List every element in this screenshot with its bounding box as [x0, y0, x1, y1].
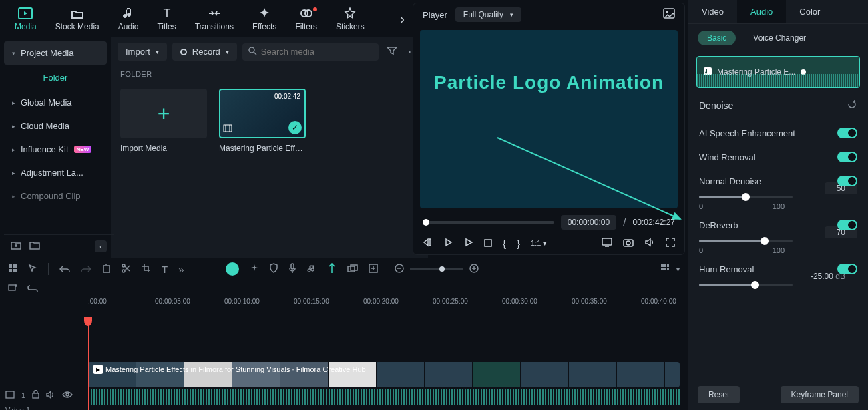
- snapshot-icon[interactable]: [623, 238, 634, 249]
- prev-frame-icon[interactable]: [423, 238, 433, 249]
- volume-icon[interactable]: [644, 238, 655, 249]
- text-tool-icon[interactable]: T: [162, 264, 168, 275]
- playhead[interactable]: [88, 317, 89, 410]
- normal-denoise-slider[interactable]: [699, 196, 793, 198]
- mark-out-icon[interactable]: }: [517, 238, 520, 249]
- wind-toggle[interactable]: [837, 152, 857, 162]
- nav-effects[interactable]: Effects: [243, 3, 286, 34]
- keyframe-panel-button[interactable]: Keyframe Panel: [781, 386, 859, 403]
- split-icon[interactable]: [122, 264, 131, 275]
- redo-icon[interactable]: [81, 264, 91, 275]
- marker-icon[interactable]: [327, 263, 337, 276]
- media-clip-card[interactable]: 00:02:42 ✓ Mastering Particle Effe...: [219, 89, 306, 153]
- audio-waveform[interactable]: [88, 389, 680, 405]
- sidebar-global-media[interactable]: ▸Global Media: [4, 91, 107, 114]
- filter-icon[interactable]: [384, 43, 400, 61]
- mic-icon[interactable]: [288, 263, 296, 276]
- hum-slider[interactable]: [699, 284, 793, 286]
- zoom-slider[interactable]: [410, 268, 463, 270]
- search-box[interactable]: [242, 43, 379, 61]
- folder-icon[interactable]: [29, 240, 40, 252]
- sidebar-folder[interactable]: Folder: [4, 65, 107, 91]
- view-grid-icon[interactable]: [660, 264, 670, 275]
- shield-icon[interactable]: [270, 263, 278, 275]
- sidebar-project-media[interactable]: ▾ Project Media: [4, 41, 107, 65]
- play-icon[interactable]: [464, 238, 473, 249]
- tab-video[interactable]: Video: [688, 0, 737, 23]
- subtab-basic[interactable]: Basic: [698, 31, 736, 45]
- sidebar-adjustment-layer[interactable]: ▸Adjustment La...: [4, 161, 107, 184]
- cursor-icon[interactable]: [28, 264, 37, 275]
- add-track-icon[interactable]: [369, 264, 378, 275]
- track-add-icon[interactable]: [8, 282, 18, 294]
- import-media-card[interactable]: + Import Media: [120, 89, 207, 153]
- reset-icon[interactable]: [847, 99, 857, 112]
- scrub-bar[interactable]: [423, 221, 554, 224]
- nav-titles[interactable]: T Titles: [148, 3, 185, 34]
- ratio-icon[interactable]: 1:1 ▾: [531, 239, 547, 248]
- player-timebar: 00:00:00:00 / 00:02:42:27: [413, 212, 684, 232]
- new-folder-icon[interactable]: [11, 240, 21, 252]
- hum-slider-row: -25.00 dB: [688, 281, 868, 286]
- zoom-out-icon[interactable]: [394, 263, 405, 276]
- ai-speech-toggle[interactable]: [837, 128, 857, 138]
- sidebar-influence-kit[interactable]: ▸Influence KitNEW: [4, 138, 107, 161]
- annotation-arrow: [497, 137, 680, 220]
- timeline-tracks[interactable]: ▶Mastering Particle Effects in Filmora f…: [0, 317, 688, 410]
- display-icon[interactable]: [602, 238, 612, 249]
- collapse-sidebar[interactable]: ‹: [95, 240, 107, 252]
- step-back-icon[interactable]: [444, 238, 453, 249]
- view-dropdown-icon[interactable]: ▾: [676, 266, 680, 273]
- dereverb-toggle[interactable]: [837, 220, 857, 230]
- delete-icon[interactable]: [102, 263, 111, 275]
- visibility-icon[interactable]: [62, 391, 73, 399]
- reset-button[interactable]: Reset: [698, 386, 740, 403]
- svg-text:T: T: [163, 7, 170, 19]
- nav-transitions[interactable]: Transitions: [186, 3, 243, 34]
- video-track-icon[interactable]: [5, 391, 15, 400]
- sidebar-compound-clip[interactable]: ▸Compound Clip: [4, 184, 107, 208]
- dereverb-slider[interactable]: [699, 240, 793, 242]
- group-icon[interactable]: [347, 264, 358, 275]
- nav-stickers[interactable]: Stickers: [327, 3, 374, 34]
- nav-audio[interactable]: Audio: [109, 3, 148, 34]
- normal-denoise-toggle[interactable]: [837, 176, 857, 186]
- preview-viewport[interactable]: Particle Logo Animation: [420, 30, 678, 208]
- sparkle-tool-icon[interactable]: [250, 264, 259, 275]
- nav-scroll-right[interactable]: ›: [400, 11, 405, 26]
- nav-stock-media[interactable]: Stock Media: [46, 3, 109, 34]
- video-clip[interactable]: ▶Mastering Particle Effects in Filmora f…: [88, 362, 680, 387]
- svg-line-6: [254, 52, 256, 55]
- subtab-voice-changer[interactable]: Voice Changer: [744, 31, 815, 45]
- mark-in-icon[interactable]: {: [503, 238, 506, 249]
- import-thumb[interactable]: +: [120, 89, 207, 138]
- link-icon[interactable]: [27, 282, 38, 294]
- zoom-in-icon[interactable]: [469, 263, 479, 276]
- scrub-thumb[interactable]: [423, 219, 429, 226]
- hum-toggle[interactable]: [837, 264, 857, 274]
- crop-icon[interactable]: [142, 264, 151, 275]
- nav-filters[interactable]: Filters: [286, 3, 327, 34]
- tab-color[interactable]: Color: [786, 0, 833, 23]
- ai-avatar-icon[interactable]: [226, 262, 239, 276]
- grid-icon[interactable]: [8, 264, 17, 275]
- mute-icon[interactable]: [46, 391, 55, 400]
- lock-icon[interactable]: [32, 390, 39, 400]
- zoom-thumb[interactable]: [439, 266, 445, 272]
- stop-icon[interactable]: [484, 238, 492, 249]
- audio-clip-chip[interactable]: Mastering Particle E...: [696, 56, 860, 88]
- sidebar-cloud-media[interactable]: ▸Cloud Media: [4, 114, 107, 138]
- tab-audio[interactable]: Audio: [737, 0, 786, 23]
- more-tools-icon[interactable]: »: [178, 264, 184, 275]
- search-input[interactable]: [261, 47, 373, 57]
- undo-icon[interactable]: [59, 264, 70, 275]
- import-dropdown[interactable]: Import▾: [118, 43, 167, 61]
- clip-thumb[interactable]: 00:02:42 ✓: [219, 89, 306, 138]
- image-icon[interactable]: [663, 8, 675, 21]
- quality-dropdown[interactable]: Full Quality▾: [455, 7, 521, 22]
- fullscreen-icon[interactable]: [666, 238, 675, 249]
- timeline-ruler[interactable]: :00:00 00:00:05:00 00:00:10:00 00:00:15:…: [0, 296, 688, 317]
- music-tool-icon[interactable]: [307, 264, 316, 275]
- nav-media[interactable]: Media: [5, 3, 46, 34]
- record-dropdown[interactable]: Record▾: [172, 43, 237, 61]
